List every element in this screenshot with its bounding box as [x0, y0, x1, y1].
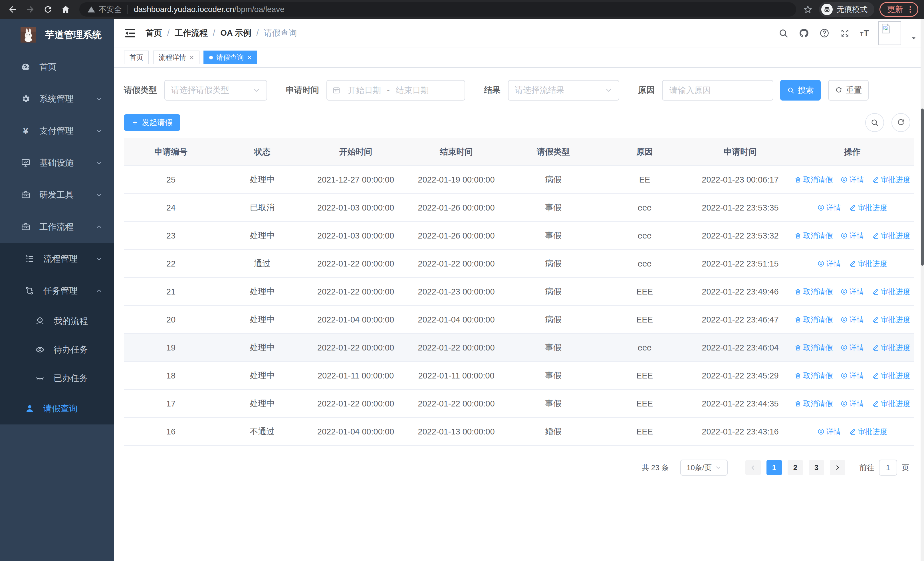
cancel-link[interactable]: 取消请假: [794, 371, 833, 381]
progress-link[interactable]: 审批进度: [872, 175, 910, 185]
detail-link[interactable]: 详情: [840, 231, 864, 241]
sidebar-item-workflow[interactable]: 工作流程: [0, 211, 114, 243]
tab-home[interactable]: 首页: [124, 51, 149, 64]
cancel-link[interactable]: 取消请假: [794, 315, 833, 325]
fullscreen-icon[interactable]: [839, 27, 850, 39]
reason-input[interactable]: [662, 80, 773, 101]
cancel-link[interactable]: 取消请假: [794, 287, 833, 297]
cancel-link[interactable]: 取消请假: [794, 231, 833, 241]
start-date-input[interactable]: [343, 86, 386, 95]
tab-leave-query[interactable]: 请假查询 ×: [204, 51, 257, 64]
sidebar-item-devtools[interactable]: 研发工具: [0, 179, 114, 211]
sidebar-item-infra[interactable]: 基础设施: [0, 147, 114, 179]
sidebar-item-system[interactable]: 系统管理: [0, 83, 114, 115]
i-pen: [872, 232, 879, 239]
result-select[interactable]: 请选择流结果: [508, 80, 619, 101]
i-pen: [872, 400, 879, 407]
close-icon[interactable]: ×: [189, 54, 194, 61]
cell-start: 2022-01-04 00:00:00: [306, 418, 405, 445]
search-button[interactable]: 搜索: [780, 80, 821, 101]
cancel-link[interactable]: 取消请假: [794, 399, 833, 409]
detail-link[interactable]: 详情: [817, 203, 841, 213]
cell-status: 处理中: [218, 166, 306, 193]
reload-button[interactable]: [42, 4, 54, 15]
page-size-select[interactable]: 10条/页: [680, 460, 728, 475]
search-icon[interactable]: [778, 27, 789, 39]
detail-link[interactable]: 详情: [840, 399, 864, 409]
page-button-2[interactable]: 2: [788, 460, 803, 475]
scrollbar-track[interactable]: [921, 19, 924, 561]
leave-type-select[interactable]: 请选择请假类型: [164, 80, 267, 101]
detail-link[interactable]: 详情: [840, 343, 864, 353]
progress-link[interactable]: 审批进度: [872, 287, 910, 297]
sidebar-item-my-process[interactable]: 我的流程: [0, 307, 114, 335]
home-button[interactable]: [60, 4, 71, 15]
cancel-label: 取消请假: [803, 371, 833, 381]
font-size-icon[interactable]: TT: [860, 28, 869, 38]
sidebar-collapse-icon[interactable]: [124, 27, 136, 39]
sidebar-item-process-mgmt[interactable]: 流程管理: [0, 243, 114, 275]
detail-link[interactable]: 详情: [840, 287, 864, 297]
progress-link[interactable]: 审批进度: [849, 203, 888, 213]
browser-update-chip[interactable]: 更新: [879, 2, 918, 17]
avatar[interactable]: [878, 21, 901, 45]
avatar-caret-icon[interactable]: [910, 35, 917, 42]
cell-start: 2022-01-03 00:00:00: [306, 194, 405, 221]
cancel-link[interactable]: 取消请假: [794, 343, 833, 353]
col-header-actions: 操作: [790, 138, 914, 165]
sidebar-item-leave-query[interactable]: 请假查询: [0, 393, 114, 424]
refresh-table-button[interactable]: [891, 113, 910, 132]
detail-link[interactable]: 详情: [840, 315, 864, 325]
sidebar-item-home[interactable]: 首页: [0, 51, 114, 83]
breadcrumb-current: 请假查询: [264, 27, 297, 39]
sidebar-item-task-mgmt[interactable]: 任务管理: [0, 275, 114, 307]
close-icon[interactable]: ×: [247, 54, 251, 61]
progress-link[interactable]: 审批进度: [872, 343, 910, 353]
cell-id: 19: [124, 334, 218, 361]
bookmark-star-icon[interactable]: [802, 4, 813, 15]
progress-link[interactable]: 审批进度: [849, 427, 888, 437]
cell-applied: 2022-01-22 23:53:32: [690, 222, 790, 250]
refresh-icon: [897, 118, 905, 127]
detail-link[interactable]: 详情: [840, 371, 864, 381]
create-leave-button[interactable]: 发起请假: [124, 114, 180, 131]
i-view: [840, 400, 848, 407]
sidebar-item-done-tasks[interactable]: 已办任务: [0, 364, 114, 393]
detail-link[interactable]: 详情: [840, 175, 864, 185]
progress-link[interactable]: 审批进度: [872, 315, 910, 325]
sidebar-item-payment[interactable]: ¥ 支付管理: [0, 115, 114, 147]
breadcrumb-item[interactable]: OA 示例: [220, 27, 251, 39]
detail-link[interactable]: 详情: [817, 259, 841, 269]
address-bar[interactable]: 不安全 dashboard.yudao.iocoder.cn /bpm/oa/l…: [80, 2, 796, 17]
sidebar-item-todo-tasks[interactable]: 待办任务: [0, 335, 114, 364]
chevron-down-icon: [715, 465, 722, 471]
scrollbar-thumb[interactable]: [921, 108, 924, 266]
page-button-3[interactable]: 3: [809, 460, 824, 475]
prev-page-button[interactable]: [746, 460, 761, 475]
detail-link[interactable]: 详情: [817, 427, 841, 437]
breadcrumb-item[interactable]: 工作流程: [175, 27, 208, 39]
cell-actions: 取消请假详情审批进度: [790, 390, 914, 417]
progress-link[interactable]: 审批进度: [872, 399, 910, 409]
end-date-input[interactable]: [391, 86, 434, 95]
chevron-down-icon: [95, 95, 103, 102]
apply-time-range-picker[interactable]: -: [327, 80, 465, 101]
back-button[interactable]: [7, 4, 18, 15]
progress-label: 审批进度: [881, 315, 910, 325]
goto-page-input[interactable]: [879, 460, 897, 475]
page-button-1[interactable]: 1: [766, 460, 782, 475]
progress-link[interactable]: 审批进度: [872, 371, 910, 381]
cancel-link[interactable]: 取消请假: [794, 175, 833, 185]
kebab-menu-icon[interactable]: [906, 5, 915, 14]
breadcrumb-item[interactable]: 首页: [146, 27, 162, 39]
tab-process-detail[interactable]: 流程详情 ×: [153, 51, 200, 64]
next-page-button[interactable]: [830, 460, 845, 475]
progress-link[interactable]: 审批进度: [849, 259, 888, 269]
help-icon[interactable]: [819, 27, 830, 39]
sidebar-item-label: 研发工具: [39, 189, 74, 201]
toggle-search-button[interactable]: [865, 113, 884, 132]
github-icon[interactable]: [798, 27, 810, 39]
forward-button[interactable]: [24, 4, 36, 15]
reset-button[interactable]: 重置: [828, 80, 868, 101]
progress-link[interactable]: 审批进度: [872, 231, 910, 241]
